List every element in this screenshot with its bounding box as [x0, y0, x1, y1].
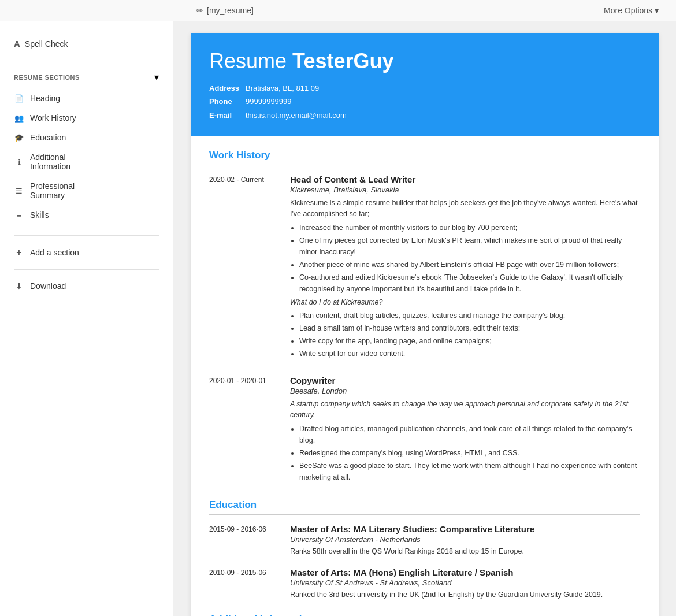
bullet-item: BeeSafe was a good place to start. They …	[299, 460, 640, 483]
edu-degree-2: Master of Arts: MA (Hons) English Litera…	[290, 567, 640, 577]
edu-school-2: University Of St Andrews - St Andrews, S…	[290, 578, 640, 587]
contact-email-row: E-mail this.is.not.my.email@mail.com	[209, 109, 640, 122]
work-history-section: Work History 2020-02 - Current Head of C…	[209, 150, 640, 485]
sidebar-item-skills[interactable]: Skills	[0, 205, 173, 225]
spell-check-icon	[14, 39, 20, 49]
sections-header: RESUME SECTIONS	[0, 61, 173, 88]
sidebar-divider-2	[14, 269, 159, 270]
skills-icon	[14, 210, 24, 220]
professional-icon	[14, 186, 24, 195]
chevron-down-icon	[154, 72, 159, 83]
address-label: Address	[209, 81, 241, 95]
education-icon	[14, 133, 24, 142]
filename-area[interactable]: [my_resume]	[196, 6, 254, 15]
sidebar-item-work-history[interactable]: Work History	[0, 108, 173, 128]
edu-date-1: 2015-09 - 2016-06	[209, 524, 278, 557]
edu-date-2: 2010-09 - 2015-06	[209, 567, 278, 600]
email-value: this.is.not.my.email@mail.com	[246, 109, 347, 122]
edu-desc-1: Ranks 58th overall in the QS World Ranki…	[290, 546, 640, 557]
top-bar: [my_resume] More Options ▾	[0, 0, 676, 21]
education-label: Education	[30, 133, 66, 142]
bullet-item: Increased the number of monthly visitors…	[299, 222, 640, 233]
sidebar-item-heading[interactable]: Heading	[0, 88, 173, 108]
additional-label: AdditionalInformation	[30, 153, 70, 171]
edu-entry-1: 2015-09 - 2016-06 Master of Arts: MA Lit…	[209, 524, 640, 557]
contact-address-row: Address Bratislava, BL, 811 09	[209, 81, 640, 95]
work-bullets-1: Increased the number of monthly visitors…	[299, 222, 640, 295]
additional-section: Additional Information Songwriting: play…	[209, 614, 640, 616]
bullet-item: Lead a small tam of in-house writers and…	[299, 322, 640, 334]
work-date-1: 2020-02 - Current	[209, 175, 278, 362]
filename[interactable]: [my_resume]	[207, 6, 254, 15]
sidebar-item-professional[interactable]: ProfessionalSummary	[0, 176, 173, 205]
email-label: E-mail	[209, 109, 241, 122]
work-entry-2: 2020-01 - 2020-01 Copywriter Beesafe, Lo…	[209, 376, 640, 485]
download-label: Download	[30, 281, 66, 291]
bullet-item: Redesigned the company's blog, using Wor…	[299, 447, 640, 459]
add-section-label: Add a section	[30, 248, 79, 257]
resume-name-plain: Resume	[209, 49, 292, 73]
resume-header: Resume TesterGuy Address Bratislava, BL,…	[191, 33, 659, 136]
main-layout: Spell Check RESUME SECTIONS Heading Work…	[0, 21, 676, 616]
phone-value: 99999999999	[246, 95, 292, 108]
bullet-item: Another piece of mine was shared by Albe…	[299, 259, 640, 270]
address-value: Bratislava, BL, 811 09	[246, 81, 319, 95]
work-history-icon	[14, 113, 24, 123]
additional-icon	[14, 157, 24, 166]
work-desc-2: A startup company which seeks to change …	[290, 399, 640, 421]
resume-name: Resume TesterGuy	[209, 49, 640, 73]
work-history-section-title: Work History	[209, 150, 640, 161]
bullet-item: Drafted blog articles, managed publicati…	[299, 423, 640, 446]
work-history-divider	[209, 165, 640, 165]
resume-name-bold: TesterGuy	[292, 49, 393, 73]
work-details-2: Copywriter Beesafe, London A startup com…	[290, 376, 640, 485]
edu-school-1: University Of Amsterdam - Netherlands	[290, 535, 640, 544]
contact-phone-row: Phone 99999999999	[209, 95, 640, 108]
plus-icon	[14, 247, 24, 258]
bullet-item: Co-authored and edited Kickresume's eboo…	[299, 272, 640, 295]
spell-check-label: Spell Check	[25, 39, 68, 49]
heading-label: Heading	[30, 94, 60, 103]
sidebar-item-education[interactable]: Education	[0, 128, 173, 147]
work-bullets-1b: Plan content, draft blog articles, quizz…	[299, 310, 640, 359]
download-icon	[14, 281, 24, 291]
edu-degree-1: Master of Arts: MA Literary Studies: Com…	[290, 524, 640, 534]
pencil-icon	[196, 6, 203, 15]
phone-label: Phone	[209, 95, 241, 108]
bullet-item: Write copy for the app, landing page, an…	[299, 335, 640, 347]
work-desc-1: Kickresume is a simple resume builder th…	[290, 198, 640, 220]
work-title-2: Copywriter	[290, 376, 640, 385]
work-date-2: 2020-01 - 2020-01	[209, 376, 278, 485]
edu-details-2: Master of Arts: MA (Hons) English Litera…	[290, 567, 640, 600]
bullet-item: Plan content, draft blog articles, quizz…	[299, 310, 640, 321]
add-section-button[interactable]: Add a section	[0, 240, 173, 265]
skills-label: Skills	[30, 210, 49, 220]
education-divider	[209, 514, 640, 515]
work-history-label: Work History	[30, 113, 76, 123]
sidebar-item-additional[interactable]: AdditionalInformation	[0, 147, 173, 176]
sidebar: Spell Check RESUME SECTIONS Heading Work…	[0, 21, 173, 616]
work-entry-1: 2020-02 - Current Head of Content & Lead…	[209, 175, 640, 362]
main-content: Resume TesterGuy Address Bratislava, BL,…	[173, 21, 676, 616]
resume-body: Work History 2020-02 - Current Head of C…	[191, 136, 659, 616]
education-section: Education 2015-09 - 2016-06 Master of Ar…	[209, 499, 640, 600]
bullet-item: One of my pieces got corrected by Elon M…	[299, 235, 640, 258]
work-details-1: Head of Content & Lead Writer Kickresume…	[290, 175, 640, 362]
resume-contact: Address Bratislava, BL, 811 09 Phone 999…	[209, 81, 640, 122]
sidebar-divider-1	[14, 235, 159, 236]
download-button[interactable]: Download	[0, 274, 173, 298]
work-bullets-2: Drafted blog articles, managed publicati…	[299, 423, 640, 483]
resume-card: Resume TesterGuy Address Bratislava, BL,…	[191, 33, 659, 616]
edu-desc-2: Ranked the 3rd best university in the UK…	[290, 589, 640, 600]
sections-title: RESUME SECTIONS	[14, 74, 80, 81]
work-desc-1b: What do I do at Kickresume?	[290, 297, 640, 308]
more-options-button[interactable]: More Options ▾	[604, 6, 659, 15]
additional-section-title: Additional Information	[209, 614, 640, 616]
sidebar-nav: Heading Work History Education Additiona…	[0, 88, 173, 231]
spell-check-button[interactable]: Spell Check	[0, 33, 173, 61]
bullet-item: Write script for our video content.	[299, 348, 640, 359]
edu-details-1: Master of Arts: MA Literary Studies: Com…	[290, 524, 640, 557]
edu-entry-2: 2010-09 - 2015-06 Master of Arts: MA (Ho…	[209, 567, 640, 600]
heading-icon	[14, 94, 24, 103]
work-company-1: Kickresume, Bratislava, Slovakia	[290, 185, 640, 194]
